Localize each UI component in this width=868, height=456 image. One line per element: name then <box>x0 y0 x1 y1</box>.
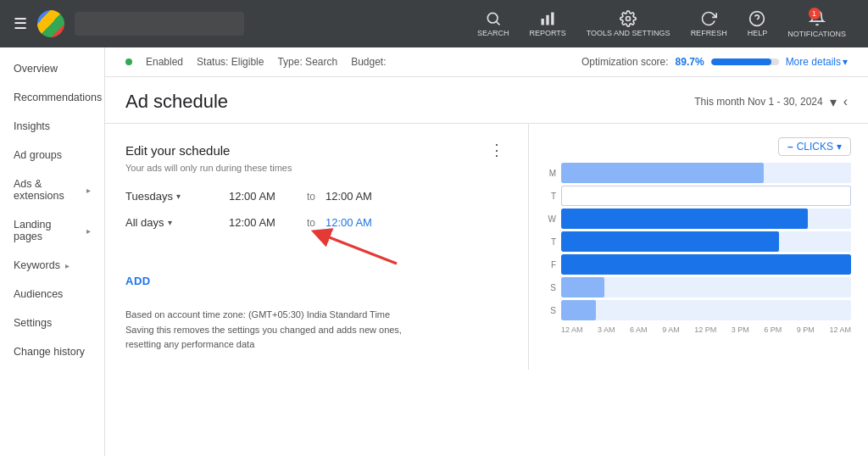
schedule-header: Edit your schedule ⋮ <box>125 141 508 159</box>
sidebar-item-label: Landing pages <box>14 219 81 242</box>
sidebar-item-label: Keywords <box>14 259 60 271</box>
refresh-nav-btn[interactable]: REFRESH <box>682 7 736 41</box>
day-label-w: W <box>546 214 556 224</box>
svg-rect-2 <box>542 19 544 25</box>
sidebar-item-settings[interactable]: Settings <box>0 309 104 337</box>
sidebar-item-landing[interactable]: Landing pages ▸ <box>0 210 104 251</box>
day-label-f: F <box>546 260 556 270</box>
bar-f <box>561 254 851 275</box>
x-label-12pm: 12 PM <box>694 325 716 334</box>
footnote-line1: Based on account time zone: (GMT+05:30) … <box>125 308 508 323</box>
budget-label: Budget: <box>351 56 386 68</box>
footnote-line2: Saving this removes the settings you cha… <box>125 323 508 338</box>
to-time-tuesday: 12:00 AM <box>326 190 393 203</box>
day-label-s2: S <box>546 306 556 315</box>
sidebar: Overview Recommendations Insights Ad gro… <box>0 47 105 456</box>
expand-arrow: ▸ <box>86 186 91 195</box>
sidebar-item-label: Overview <box>14 63 58 75</box>
chart-panel: – CLICKS ▾ M T <box>529 124 868 370</box>
svg-line-8 <box>320 234 397 264</box>
notifications-nav-btn[interactable]: 1 NOTIFICATIONS <box>779 6 854 42</box>
main-content: Edit your schedule ⋮ Your ads will only … <box>105 124 868 370</box>
footnote: Based on account time zone: (GMT+05:30) … <box>125 308 508 353</box>
x-label-12am: 12 AM <box>561 325 583 334</box>
clicks-filter-btn[interactable]: – CLICKS ▾ <box>778 137 851 156</box>
enabled-label: Enabled <box>146 56 183 68</box>
sidebar-item-adgroups[interactable]: Ad groups <box>0 141 104 170</box>
tools-label: TOOLS AND SETTINGS <box>587 29 670 37</box>
date-back-btn[interactable]: ‹ <box>843 94 848 109</box>
red-arrow-svg <box>295 225 431 268</box>
opt-score-value: 89.7% <box>676 56 704 68</box>
more-details-btn[interactable]: More details ▾ <box>786 56 848 68</box>
type-search: Type: Search <box>277 56 337 68</box>
x-label-6am: 6 AM <box>630 325 648 334</box>
day-select-alldays[interactable]: All days ▾ <box>125 216 219 229</box>
reports-nav-btn[interactable]: REPORTS <box>520 7 574 41</box>
sidebar-item-overview[interactable]: Overview <box>0 54 104 83</box>
top-nav: ☰ SEARCH REPORTS TOOLS AND SETTINGS REFR… <box>0 0 868 47</box>
minus-icon: – <box>787 141 793 153</box>
day-label-tuesday: Tuesdays <box>125 190 173 203</box>
x-label-6pm: 6 PM <box>764 325 782 334</box>
search-nav-btn[interactable]: SEARCH <box>469 7 518 41</box>
enabled-dot <box>125 58 132 65</box>
chevron-down-icon: ▾ <box>843 56 848 68</box>
sidebar-item-recommendations[interactable]: Recommendations <box>0 83 104 112</box>
bar-fill-f <box>561 254 851 275</box>
bar-fill-t2 <box>561 231 779 252</box>
top-nav-left: ☰ <box>14 10 459 37</box>
sidebar-item-label: Audiences <box>14 288 63 300</box>
chart-container: M T W <box>546 163 851 334</box>
help-nav-btn[interactable]: HELP <box>739 7 776 41</box>
sidebar-item-label: Ads & extensions <box>14 178 81 202</box>
to-label-tuesday: to <box>307 191 315 203</box>
main-layout: Overview Recommendations Insights Ad gro… <box>0 47 868 456</box>
opt-score-label: Optimization score: <box>581 56 669 68</box>
day-label-m: M <box>546 169 556 178</box>
sidebar-item-ads[interactable]: Ads & extensions ▸ <box>0 170 104 210</box>
score-bar <box>711 58 779 65</box>
date-range-label: This month Nov 1 - 30, 2024 <box>694 96 822 108</box>
chart-row-f: F <box>546 254 851 275</box>
bar-s2 <box>561 300 851 320</box>
account-name-blurred <box>75 12 244 36</box>
sidebar-item-keywords[interactable]: Keywords ▸ <box>0 251 104 280</box>
chart-row-s1: S <box>546 277 851 298</box>
sidebar-item-label: Change history <box>14 346 85 358</box>
x-label-3am: 3 AM <box>598 325 615 334</box>
notification-badge: 1 <box>809 8 821 19</box>
bar-m <box>561 163 851 183</box>
more-options-btn[interactable]: ⋮ <box>486 141 508 159</box>
date-dropdown-btn[interactable]: ▾ <box>830 94 837 110</box>
sidebar-item-audiences[interactable]: Audiences <box>0 280 104 309</box>
svg-point-5 <box>626 17 631 21</box>
score-fill <box>711 58 772 65</box>
tools-nav-btn[interactable]: TOOLS AND SETTINGS <box>578 7 679 41</box>
sidebar-item-label: Settings <box>14 317 52 329</box>
add-schedule-btn[interactable]: ADD <box>125 271 151 291</box>
svg-point-0 <box>487 13 498 23</box>
chart-row-t1: T <box>546 186 851 206</box>
sidebar-item-change-history[interactable]: Change history <box>0 337 104 366</box>
schedule-subtitle: Your ads will only run during these time… <box>125 163 508 173</box>
bar-fill-s2 <box>561 300 596 320</box>
x-label-12am-end: 12 AM <box>829 325 851 334</box>
clicks-dropdown-icon: ▾ <box>837 141 842 153</box>
chart-row-w: W <box>546 209 851 229</box>
schedule-title: Edit your schedule <box>125 143 230 158</box>
page-title: Ad schedule <box>125 91 228 113</box>
schedule-panel: Edit your schedule ⋮ Your ads will only … <box>105 124 529 370</box>
day-label-alldays: All days <box>125 216 164 229</box>
day-label-s1: S <box>546 283 556 292</box>
top-nav-right: SEARCH REPORTS TOOLS AND SETTINGS REFRES… <box>469 6 854 42</box>
svg-rect-4 <box>551 13 554 25</box>
bar-t2 <box>561 231 851 252</box>
day-select-tuesday[interactable]: Tuesdays ▾ <box>125 190 219 203</box>
page-header: Ad schedule This month Nov 1 - 30, 2024 … <box>105 77 868 124</box>
day-down-arrow: ▾ <box>168 218 172 227</box>
sidebar-item-insights[interactable]: Insights <box>0 112 104 141</box>
bar-t1 <box>561 186 851 206</box>
hamburger-menu[interactable]: ☰ <box>14 14 27 33</box>
from-time-tuesday: 12:00 AM <box>229 190 297 203</box>
